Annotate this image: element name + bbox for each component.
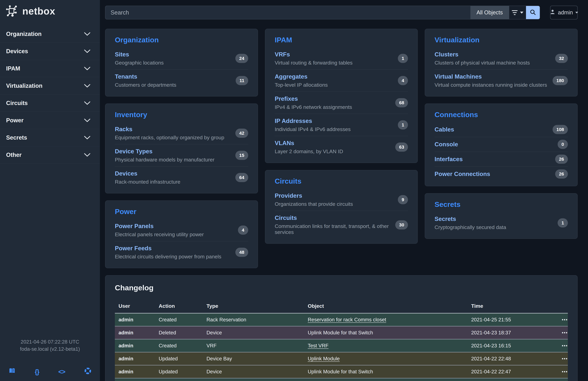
changelog-table: UserActionTypeObjectTime adminCreatedRac… bbox=[115, 299, 568, 381]
changelog-row: adminDeletedDeviceUplink Module for that… bbox=[115, 326, 568, 339]
count-badge: 1 bbox=[398, 120, 408, 130]
item-link-power-feeds[interactable]: Power Feeds bbox=[115, 245, 152, 251]
sidebar-item-label: Secrets bbox=[6, 134, 27, 141]
search-icon bbox=[529, 9, 536, 16]
item-text: VLANsLayer 2 domains, by VLAN ID bbox=[275, 140, 343, 155]
column-header-user: User bbox=[115, 299, 155, 313]
card-ipam: IPAMVRFsVirtual routing & forwarding tab… bbox=[265, 29, 418, 163]
cell-time: 2021-04-23 18:37 bbox=[467, 326, 558, 339]
card-item-interfaces: Interfaces26 bbox=[435, 152, 568, 166]
count-badge: 15 bbox=[235, 151, 248, 160]
chevron-down-icon bbox=[520, 12, 524, 14]
cell-actions: ⋯ bbox=[558, 378, 568, 381]
search-input[interactable] bbox=[105, 6, 470, 19]
count-badge: 26 bbox=[555, 169, 568, 179]
changelog-row: adminCreatedDeviceUplink Module for that… bbox=[115, 378, 568, 381]
ellipsis-icon[interactable]: ⋯ bbox=[562, 355, 568, 362]
item-link-secrets[interactable]: Secrets bbox=[435, 216, 456, 222]
item-subtitle: Customers or departments bbox=[115, 82, 176, 88]
cell-user: admin bbox=[115, 313, 155, 326]
item-link-interfaces[interactable]: Interfaces bbox=[435, 156, 462, 162]
ellipsis-icon[interactable]: ⋯ bbox=[562, 329, 568, 336]
filter-icon bbox=[512, 10, 518, 15]
item-text: ProvidersOrganizations that provide circ… bbox=[275, 192, 353, 207]
item-text: RacksEquipment racks, optionally organiz… bbox=[115, 126, 224, 140]
item-link-clusters[interactable]: Clusters bbox=[435, 51, 458, 58]
card-item-power-panels: Power PanelsElectrical panels receiving … bbox=[115, 219, 248, 241]
cell-action: Created bbox=[155, 378, 203, 381]
card-title: Secrets bbox=[435, 200, 568, 208]
sidebar-item-other[interactable]: Other bbox=[0, 146, 100, 164]
ellipsis-icon[interactable]: ⋯ bbox=[562, 368, 568, 375]
filter-button[interactable] bbox=[509, 6, 526, 19]
count-badge: 32 bbox=[555, 54, 568, 63]
item-link-vlans[interactable]: VLANs bbox=[275, 140, 294, 146]
search-submit-button[interactable] bbox=[526, 6, 540, 19]
item-link-cables[interactable]: Cables bbox=[435, 126, 454, 133]
ellipsis-icon[interactable]: ⋯ bbox=[562, 316, 568, 323]
sidebar-item-organization[interactable]: Organization bbox=[0, 25, 100, 43]
card-item-prefixes: PrefixesIPv4 & IPv6 network assignments6… bbox=[275, 91, 408, 114]
item-link-providers[interactable]: Providers bbox=[275, 192, 302, 199]
item-text: Power Connections bbox=[435, 171, 490, 177]
cell-actions: ⋯ bbox=[558, 339, 568, 352]
cards-grid: OrganizationSitesGeographic locations24T… bbox=[105, 29, 578, 268]
sidebar-item-ipam[interactable]: IPAM bbox=[0, 60, 100, 77]
item-link-sites[interactable]: Sites bbox=[115, 51, 129, 58]
card-item-power-feeds: Power FeedsElectrical circuits deliverin… bbox=[115, 241, 248, 263]
footer-timestamp: 2021-04-26 07:22:28 UTC bbox=[7, 338, 93, 346]
item-link-racks[interactable]: Racks bbox=[115, 126, 132, 133]
sidebar-item-secrets[interactable]: Secrets bbox=[0, 129, 100, 146]
docs-book-icon[interactable] bbox=[9, 367, 16, 376]
cell-type: Device Bay bbox=[203, 352, 304, 365]
item-link-vrfs[interactable]: VRFs bbox=[275, 51, 290, 58]
chevron-down-icon bbox=[84, 101, 90, 105]
sidebar-item-virtualization[interactable]: Virtualization bbox=[0, 77, 100, 94]
sidebar-item-devices[interactable]: Devices bbox=[0, 43, 100, 60]
cell-object: Test VRF bbox=[304, 339, 467, 352]
item-link-aggregates[interactable]: Aggregates bbox=[275, 73, 308, 80]
item-link-device-types[interactable]: Device Types bbox=[115, 148, 152, 155]
cell-object: Uplink Module bbox=[304, 352, 467, 365]
cell-actions: ⋯ bbox=[558, 313, 568, 326]
item-link-virtual-machines[interactable]: Virtual Machines bbox=[435, 73, 482, 80]
item-link-ip-addresses[interactable]: IP Addresses bbox=[275, 118, 312, 124]
user-menu-label: admin bbox=[558, 9, 573, 16]
item-link-power-connections[interactable]: Power Connections bbox=[435, 171, 490, 177]
column-header-type: Type bbox=[203, 299, 304, 313]
card-organization: OrganizationSitesGeographic locations24T… bbox=[105, 29, 258, 96]
item-subtitle: Geographic locations bbox=[115, 60, 164, 66]
api-braces-icon[interactable]: {} bbox=[35, 367, 39, 376]
object-link[interactable]: Uplink Module bbox=[308, 356, 340, 361]
cell-user: admin bbox=[115, 365, 155, 378]
cards-column-3: VirtualizationClustersClusters of physic… bbox=[425, 29, 578, 239]
item-link-devices[interactable]: Devices bbox=[115, 170, 137, 177]
item-link-tenants[interactable]: Tenants bbox=[115, 73, 137, 80]
sidebar-item-circuits[interactable]: Circuits bbox=[0, 94, 100, 112]
item-subtitle: Clusters of physical virtual machine hos… bbox=[435, 60, 530, 66]
support-lifebuoy-icon[interactable] bbox=[84, 367, 91, 376]
object-link[interactable]: Reservation for rack Comms closet bbox=[308, 317, 386, 322]
changelog-header-row: UserActionTypeObjectTime bbox=[115, 299, 568, 313]
search-scope-dropdown[interactable]: All Objects bbox=[470, 6, 509, 19]
item-subtitle: Equipment racks, optionally organized by… bbox=[115, 134, 224, 140]
sidebar-item-label: Power bbox=[6, 117, 23, 124]
item-link-console[interactable]: Console bbox=[435, 141, 458, 148]
column-header-action: Action bbox=[155, 299, 203, 313]
code-icon[interactable]: <> bbox=[58, 367, 65, 376]
count-badge: 64 bbox=[235, 173, 248, 182]
user-menu-button[interactable]: admin bbox=[550, 6, 578, 20]
ellipsis-icon[interactable]: ⋯ bbox=[562, 342, 568, 349]
cell-action: Created bbox=[155, 313, 203, 326]
item-link-circuits[interactable]: Circuits bbox=[275, 215, 297, 221]
cell-time: 2021-04-25 21:55 bbox=[467, 313, 558, 326]
item-link-prefixes[interactable]: Prefixes bbox=[275, 95, 298, 102]
sidebar-item-power[interactable]: Power bbox=[0, 112, 100, 129]
count-badge: 0 bbox=[558, 140, 568, 149]
object-link[interactable]: Test VRF bbox=[308, 343, 329, 348]
item-subtitle: Virtual routing & forwarding tables bbox=[275, 60, 353, 66]
sidebar-item-label: IPAM bbox=[6, 65, 20, 72]
brand-logo[interactable]: netbox bbox=[0, 0, 100, 22]
cell-actions: ⋯ bbox=[558, 326, 568, 339]
item-link-power-panels[interactable]: Power Panels bbox=[115, 223, 154, 229]
